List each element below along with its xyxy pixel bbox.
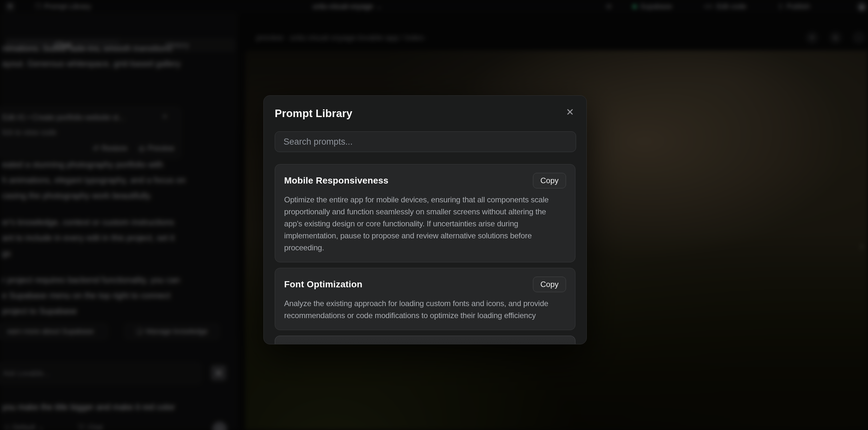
prompt-card-font-optimization[interactable]: Font Optimization Copy Analyze the exist… bbox=[275, 268, 576, 330]
prompt-title: Mobile Responsiveness bbox=[284, 176, 389, 186]
prompt-card-header: Mobile Responsiveness Copy bbox=[284, 173, 566, 188]
close-icon[interactable]: ✕ bbox=[565, 108, 576, 117]
prompt-card-mobile-responsiveness[interactable]: Mobile Responsiveness Copy Optimize the … bbox=[275, 164, 576, 262]
prompt-library-modal: Prompt Library ✕ Mobile Responsiveness C… bbox=[264, 95, 587, 344]
prompt-line: Optimize the entire app for mobile devic… bbox=[284, 193, 566, 206]
prompt-body: Optimize the entire app for mobile devic… bbox=[284, 193, 566, 254]
copy-button[interactable]: Copy bbox=[533, 173, 566, 188]
prompt-line: recommendations or code modifications to… bbox=[284, 309, 566, 321]
prompt-line: implementation, pause to propose and rev… bbox=[284, 229, 566, 242]
prompt-title: Font Optimization bbox=[284, 279, 362, 289]
prompt-line: proportionally and function seamlessly o… bbox=[284, 206, 566, 218]
prompt-list: Mobile Responsiveness Copy Optimize the … bbox=[275, 164, 576, 344]
prompt-body: Analyze the existing approach for loadin… bbox=[284, 297, 566, 321]
search-input[interactable] bbox=[275, 131, 576, 152]
prompt-line: Analyze the existing approach for loadin… bbox=[284, 297, 566, 309]
prompt-line: proceeding. bbox=[284, 242, 566, 254]
prompt-card-partial[interactable] bbox=[275, 336, 576, 344]
app-window: ♥ ❐ Prompt Library urdu-visual-voyage ⌄ … bbox=[0, 0, 868, 430]
prompt-line: app's existing design or core functional… bbox=[284, 218, 566, 229]
modal-header: Prompt Library ✕ bbox=[275, 108, 576, 122]
prompt-card-header: Font Optimization Copy bbox=[284, 277, 566, 292]
modal-title: Prompt Library bbox=[275, 108, 352, 120]
copy-button[interactable]: Copy bbox=[533, 277, 566, 292]
